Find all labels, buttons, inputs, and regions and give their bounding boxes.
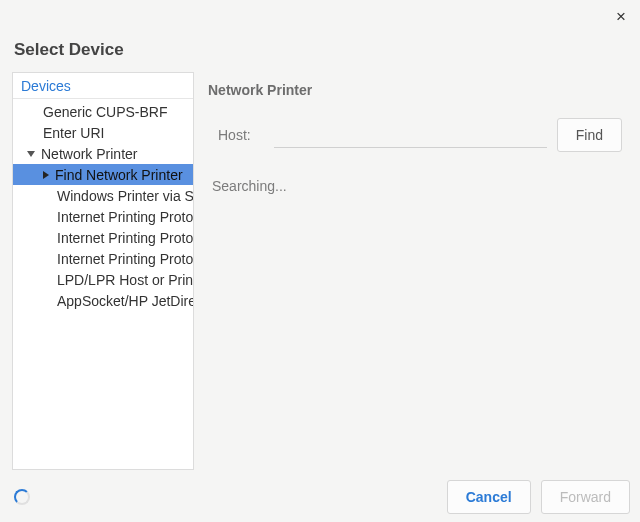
close-button[interactable]: × [610,6,632,28]
device-tree-item-label: Find Network Printer [55,167,183,183]
chevron-down-icon[interactable] [27,151,35,157]
device-tree-item-label: Windows Printer via SAMBA [57,188,193,204]
device-tree-item-label: Internet Printing Protocol [57,230,193,246]
device-tree-item-label: AppSocket/HP JetDirect [57,293,193,309]
device-tree-item[interactable]: Internet Printing Protocol [13,248,193,269]
forward-button: Forward [541,480,630,514]
device-tree-item[interactable]: Internet Printing Protocol [13,227,193,248]
footer-bar: Cancel Forward [0,472,640,522]
page-title: Select Device [14,40,124,60]
cancel-button[interactable]: Cancel [447,480,531,514]
find-button[interactable]: Find [557,118,622,152]
device-sidebar: Devices Generic CUPS-BRFEnter URINetwork… [12,72,194,470]
spinner-icon [14,489,30,505]
device-tree-item[interactable]: Windows Printer via SAMBA [13,185,193,206]
device-tree-item-label: Network Printer [41,146,137,162]
content-area: Devices Generic CUPS-BRFEnter URINetwork… [12,72,630,470]
device-tree-item[interactable]: Enter URI [13,122,193,143]
device-tree: Generic CUPS-BRFEnter URINetwork Printer… [13,99,193,469]
device-tree-item[interactable]: Find Network Printer [13,164,193,185]
device-tree-item-label: LPD/LPR Host or Printer [57,272,193,288]
host-label: Host: [208,127,264,143]
host-row: Host: Find [208,118,622,152]
sidebar-header[interactable]: Devices [13,73,193,99]
device-tree-item[interactable]: Network Printer [13,143,193,164]
device-tree-item-label: Internet Printing Protocol [57,251,193,267]
device-tree-item[interactable]: Generic CUPS-BRF [13,101,193,122]
status-text: Searching... [208,178,622,194]
device-tree-item-label: Generic CUPS-BRF [43,104,167,120]
device-tree-item[interactable]: Internet Printing Protocol [13,206,193,227]
section-title: Network Printer [208,82,622,98]
host-input[interactable] [274,122,547,148]
close-icon: × [616,7,626,27]
device-tree-item-label: Enter URI [43,125,104,141]
chevron-right-icon[interactable] [43,171,49,179]
device-tree-item[interactable]: AppSocket/HP JetDirect [13,290,193,311]
device-tree-item[interactable]: LPD/LPR Host or Printer [13,269,193,290]
device-tree-item-label: Internet Printing Protocol [57,209,193,225]
main-panel: Network Printer Host: Find Searching... [194,72,630,470]
